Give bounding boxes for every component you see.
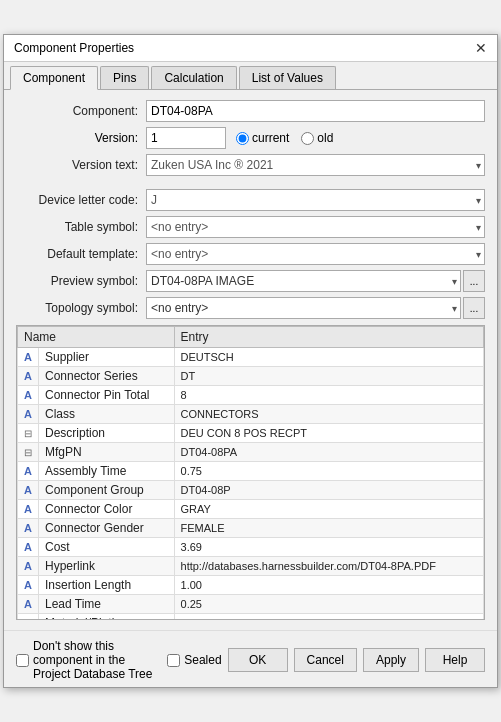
col-entry-header: Entry <box>174 327 483 348</box>
table-body: ASupplierDEUTSCHAConnector SeriesDTAConn… <box>18 348 484 621</box>
row-entry: 8 <box>174 386 483 405</box>
title-bar: Component Properties ✕ <box>4 35 497 62</box>
sealed-label: Sealed <box>184 653 221 667</box>
row-name: Insertion Length <box>39 576 175 595</box>
table-symbol-select-wrapper: <no entry> ▾ <box>146 216 485 238</box>
version-text-select[interactable]: Zuken USA Inc ® 2021 <box>146 154 485 176</box>
row-icon: A <box>18 481 39 500</box>
sealed-group: Sealed <box>167 653 221 667</box>
row-name: Connector Pin Total <box>39 386 175 405</box>
radio-old[interactable] <box>301 132 314 145</box>
row-entry: DT <box>174 367 483 386</box>
col-name-header: Name <box>18 327 175 348</box>
tab-list-of-values[interactable]: List of Values <box>239 66 336 89</box>
component-row: Component: <box>16 100 485 122</box>
row-entry: 0.25 <box>174 595 483 614</box>
preview-symbol-browse-button[interactable]: ... <box>463 270 485 292</box>
version-row: Version: current old <box>16 127 485 149</box>
row-entry: DT04-08P <box>174 481 483 500</box>
table-row[interactable]: AConnector SeriesDT <box>18 367 484 386</box>
table-row[interactable]: ASupplierDEUTSCH <box>18 348 484 367</box>
tab-pins[interactable]: Pins <box>100 66 149 89</box>
preview-symbol-label: Preview symbol: <box>16 274 146 288</box>
device-letter-select-wrapper: J ▾ <box>146 189 485 211</box>
table-row[interactable]: ⊟MfgPNDT04-08PA <box>18 443 484 462</box>
table-row[interactable]: AAssembly Time0.75 <box>18 462 484 481</box>
row-icon: A <box>18 386 39 405</box>
table-header-row: Name Entry <box>18 327 484 348</box>
row-name: Supplier <box>39 348 175 367</box>
default-template-select-wrapper: <no entry> ▾ <box>146 243 485 265</box>
device-letter-row: Device letter code: J ▾ <box>16 189 485 211</box>
table-row[interactable]: AConnector Pin Total8 <box>18 386 484 405</box>
row-icon: A <box>18 500 39 519</box>
row-icon: A <box>18 557 39 576</box>
row-name: Hyperlink <box>39 557 175 576</box>
close-button[interactable]: ✕ <box>475 41 487 55</box>
apply-button[interactable]: Apply <box>363 648 419 672</box>
row-icon: A <box>18 348 39 367</box>
dont-show-checkbox[interactable] <box>16 654 29 667</box>
row-name: Material/Plating <box>39 614 175 621</box>
version-input[interactable] <box>146 127 226 149</box>
row-icon: A <box>18 462 39 481</box>
row-name: Class <box>39 405 175 424</box>
table-symbol-select[interactable]: <no entry> <box>146 216 485 238</box>
row-entry: DT04-08PA <box>174 443 483 462</box>
topology-symbol-select-wrapper: <no entry> ▾ <box>146 297 461 319</box>
row-name: Cost <box>39 538 175 557</box>
default-template-select[interactable]: <no entry> <box>146 243 485 265</box>
row-name: Connector Series <box>39 367 175 386</box>
table-row[interactable]: AConnector ColorGRAY <box>18 500 484 519</box>
radio-old-label[interactable]: old <box>301 131 333 145</box>
version-text-select-wrapper: Zuken USA Inc ® 2021 ▾ <box>146 154 485 176</box>
table-row[interactable]: AClassCONNECTORS <box>18 405 484 424</box>
table-row[interactable]: ALead Time0.25 <box>18 595 484 614</box>
row-entry: 3.69 <box>174 538 483 557</box>
row-name: Component Group <box>39 481 175 500</box>
dont-show-check-group: Don't show this component in the Project… <box>16 639 161 681</box>
row-name: Connector Gender <box>39 519 175 538</box>
row-icon: A <box>18 614 39 621</box>
dialog-title: Component Properties <box>14 41 134 55</box>
table-row[interactable]: AConnector GenderFEMALE <box>18 519 484 538</box>
table-row[interactable]: AComponent GroupDT04-08P <box>18 481 484 500</box>
attributes-table-wrapper: Name Entry ASupplierDEUTSCHAConnector Se… <box>16 325 485 620</box>
row-entry: THERMOPLASTIC <box>174 614 483 621</box>
row-name: Connector Color <box>39 500 175 519</box>
radio-current[interactable] <box>236 132 249 145</box>
radio-current-label[interactable]: current <box>236 131 289 145</box>
component-label: Component: <box>16 104 146 118</box>
attributes-table: Name Entry ASupplierDEUTSCHAConnector Se… <box>17 326 484 620</box>
table-row[interactable]: AMaterial/PlatingTHERMOPLASTIC <box>18 614 484 621</box>
topology-symbol-wrapper: <no entry> ▾ ... <box>146 297 485 319</box>
tab-calculation[interactable]: Calculation <box>151 66 236 89</box>
ok-button[interactable]: OK <box>228 648 288 672</box>
table-row[interactable]: ACost3.69 <box>18 538 484 557</box>
form-content: Component: Version: current old Version … <box>4 90 497 630</box>
version-text-label: Version text: <box>16 158 146 172</box>
row-entry: 0.75 <box>174 462 483 481</box>
topology-symbol-browse-button[interactable]: ... <box>463 297 485 319</box>
sealed-checkbox[interactable] <box>167 654 180 667</box>
device-letter-select[interactable]: J <box>146 189 485 211</box>
help-button[interactable]: Help <box>425 648 485 672</box>
component-input[interactable] <box>146 100 485 122</box>
row-icon: ⊟ <box>18 443 39 462</box>
table-row[interactable]: AHyperlinkhttp://databases.harnessbuilde… <box>18 557 484 576</box>
component-properties-dialog: Component Properties ✕ Component Pins Ca… <box>3 34 498 688</box>
row-entry: DEU CON 8 POS RECPT <box>174 424 483 443</box>
row-entry: http://databases.harnessbuilder.com/DT04… <box>174 557 483 576</box>
row-entry: GRAY <box>174 500 483 519</box>
tab-component[interactable]: Component <box>10 66 98 90</box>
preview-symbol-row: Preview symbol: DT04-08PA IMAGE ▾ ... <box>16 270 485 292</box>
topology-symbol-select[interactable]: <no entry> <box>146 297 461 319</box>
row-icon: ⊟ <box>18 424 39 443</box>
preview-symbol-select[interactable]: DT04-08PA IMAGE <box>146 270 461 292</box>
footer-buttons: OK Cancel Apply Help <box>228 648 485 672</box>
cancel-button[interactable]: Cancel <box>294 648 357 672</box>
row-entry: DEUTSCH <box>174 348 483 367</box>
version-label: Version: <box>16 131 146 145</box>
table-row[interactable]: ⊟DescriptionDEU CON 8 POS RECPT <box>18 424 484 443</box>
table-row[interactable]: AInsertion Length1.00 <box>18 576 484 595</box>
